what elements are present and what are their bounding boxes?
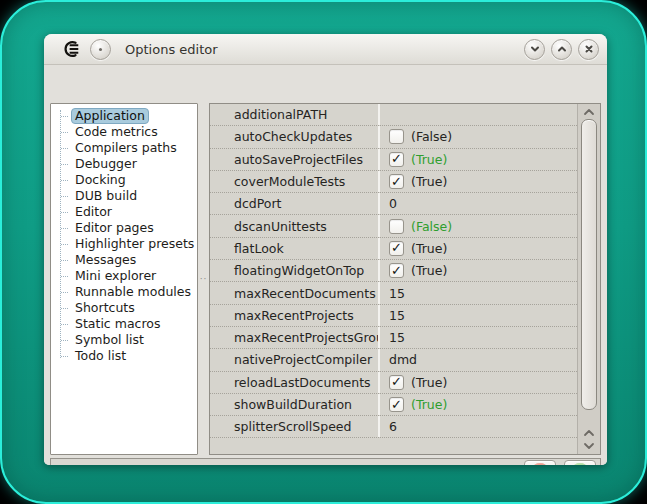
property-row[interactable]: floatingWidgetOnTop (True) xyxy=(210,260,577,282)
property-value: 0 xyxy=(389,196,397,211)
property-value-cell[interactable]: 0 xyxy=(378,193,577,214)
close-button[interactable] xyxy=(578,39,599,60)
property-row[interactable]: maxRecentProjects 15 xyxy=(210,305,577,327)
property-name: splitterScrollSpeed xyxy=(210,419,378,434)
checkbox[interactable] xyxy=(389,375,404,390)
property-row[interactable]: coverModuleTests (True) xyxy=(210,171,577,193)
scroll-up-icon[interactable] xyxy=(578,105,600,118)
sidebar-category-item[interactable]: Static macros xyxy=(51,316,197,332)
property-name: autoSaveProjectFiles xyxy=(210,152,378,167)
property-value: 15 xyxy=(389,286,405,301)
property-value: (True) xyxy=(411,174,447,189)
property-row[interactable]: dscanUnittests (False) xyxy=(210,215,577,237)
property-value-cell[interactable]: (True) xyxy=(378,238,577,259)
checkbox[interactable] xyxy=(389,397,404,412)
tree-branch-icon xyxy=(61,180,68,181)
sidebar-category-item[interactable]: Mini explorer xyxy=(51,268,197,284)
scroll-up-icon[interactable] xyxy=(578,426,600,439)
sidebar-category-item[interactable]: Debugger xyxy=(51,156,197,172)
unshade-button[interactable] xyxy=(551,39,572,60)
property-value-cell[interactable]: (True) xyxy=(378,372,577,393)
property-name: additionalPATH xyxy=(210,107,378,122)
sidebar-category-item[interactable]: Runnable modules xyxy=(51,284,197,300)
property-value: 6 xyxy=(389,419,397,434)
category-label: Compilers paths xyxy=(71,140,181,156)
tree-branch-icon xyxy=(61,148,68,149)
checkbox[interactable] xyxy=(389,174,404,189)
property-row[interactable]: maxRecentProjectsGrou 15 xyxy=(210,327,577,349)
vertical-scrollbar[interactable] xyxy=(577,104,600,454)
property-row[interactable]: showBuildDuration (True) xyxy=(210,394,577,416)
property-name: coverModuleTests xyxy=(210,174,378,189)
sidebar-category-item[interactable]: Messages xyxy=(51,252,197,268)
checkbox[interactable] xyxy=(389,129,404,144)
property-row[interactable]: nativeProjectCompiler dmd xyxy=(210,349,577,371)
property-value-cell[interactable]: 15 xyxy=(378,282,577,303)
property-value: (True) xyxy=(411,241,447,256)
category-label: Symbol list xyxy=(71,332,148,348)
sidebar-category-item[interactable]: Code metrics xyxy=(51,124,197,140)
window-frame: Options editor Applicati xyxy=(0,0,647,504)
sidebar-category-item[interactable]: Editor xyxy=(51,204,197,220)
checkbox[interactable] xyxy=(389,219,404,234)
sidebar-category-item[interactable]: Compilers paths xyxy=(51,140,197,156)
footer-bar: ✕ ✓ xyxy=(50,458,601,465)
property-value-cell[interactable] xyxy=(378,104,577,125)
category-label: Debugger xyxy=(71,156,141,172)
property-row[interactable]: autoCheckUpdates (False) xyxy=(210,126,577,148)
property-value-cell[interactable]: 6 xyxy=(378,416,577,437)
titlebar[interactable]: Options editor xyxy=(44,34,607,65)
scrollbar-thumb[interactable] xyxy=(581,119,597,410)
sidebar-category-item[interactable]: Shortcuts xyxy=(51,300,197,316)
property-row[interactable]: splitterScrollSpeed 6 xyxy=(210,416,577,438)
sidebar-category-item[interactable]: Todo list xyxy=(51,348,197,364)
property-row[interactable]: reloadLastDocuments (True) xyxy=(210,372,577,394)
tree-branch-icon xyxy=(61,308,68,309)
sidebar-category-item[interactable]: DUB build xyxy=(51,188,197,204)
shade-button[interactable] xyxy=(524,39,545,60)
sidebar-category-item[interactable]: Symbol list xyxy=(51,332,197,348)
category-panel: Application Code metrics Compilers paths… xyxy=(50,103,198,455)
property-value-cell[interactable]: (True) xyxy=(378,149,577,170)
sidebar-category-item[interactable]: Editor pages xyxy=(51,220,197,236)
sidebar-category-item[interactable]: Highlighter presets xyxy=(51,236,197,252)
category-label: Highlighter presets xyxy=(71,236,198,252)
property-row[interactable]: maxRecentDocuments 15 xyxy=(210,282,577,304)
property-name: floatingWidgetOnTop xyxy=(210,263,378,278)
property-value: (False) xyxy=(411,129,452,144)
checkbox[interactable] xyxy=(389,152,404,167)
category-tree: Application Code metrics Compilers paths… xyxy=(51,104,197,364)
property-value: 15 xyxy=(389,330,405,345)
tree-branch-icon xyxy=(61,276,68,277)
property-value-cell[interactable]: 15 xyxy=(378,305,577,326)
property-value-cell[interactable]: (True) xyxy=(378,171,577,192)
category-label: Messages xyxy=(71,252,140,268)
sidebar-category-item[interactable]: Docking xyxy=(51,172,197,188)
accept-button[interactable]: ✓ xyxy=(564,460,596,465)
property-value-cell[interactable]: (False) xyxy=(378,215,577,236)
category-label: Code metrics xyxy=(71,124,162,140)
cancel-button[interactable]: ✕ xyxy=(524,460,556,465)
tree-branch-icon xyxy=(61,340,68,341)
property-value-cell[interactable]: (False) xyxy=(378,126,577,147)
property-value-cell[interactable]: (True) xyxy=(378,260,577,281)
property-value-cell[interactable]: dmd xyxy=(378,349,577,370)
property-value-cell[interactable]: (True) xyxy=(378,394,577,415)
window-menu-button[interactable] xyxy=(90,39,111,60)
property-name: maxRecentDocuments xyxy=(210,286,378,301)
tree-branch-icon xyxy=(61,212,68,213)
panel-splitter[interactable]: ·· xyxy=(198,103,209,455)
property-name: dscanUnittests xyxy=(210,219,378,234)
checkbox[interactable] xyxy=(389,263,404,278)
property-name: flatLook xyxy=(210,241,378,256)
property-row[interactable]: flatLook (True) xyxy=(210,238,577,260)
property-row[interactable]: dcdPort 0 xyxy=(210,193,577,215)
sidebar-category-item[interactable]: Application xyxy=(51,108,197,124)
tree-branch-icon xyxy=(61,228,68,229)
checkbox[interactable] xyxy=(389,241,404,256)
scroll-down-icon[interactable] xyxy=(578,439,600,452)
property-row[interactable]: additionalPATH xyxy=(210,104,577,126)
category-label: Mini explorer xyxy=(71,268,160,284)
property-value-cell[interactable]: 15 xyxy=(378,327,577,348)
property-row[interactable]: autoSaveProjectFiles (True) xyxy=(210,149,577,171)
